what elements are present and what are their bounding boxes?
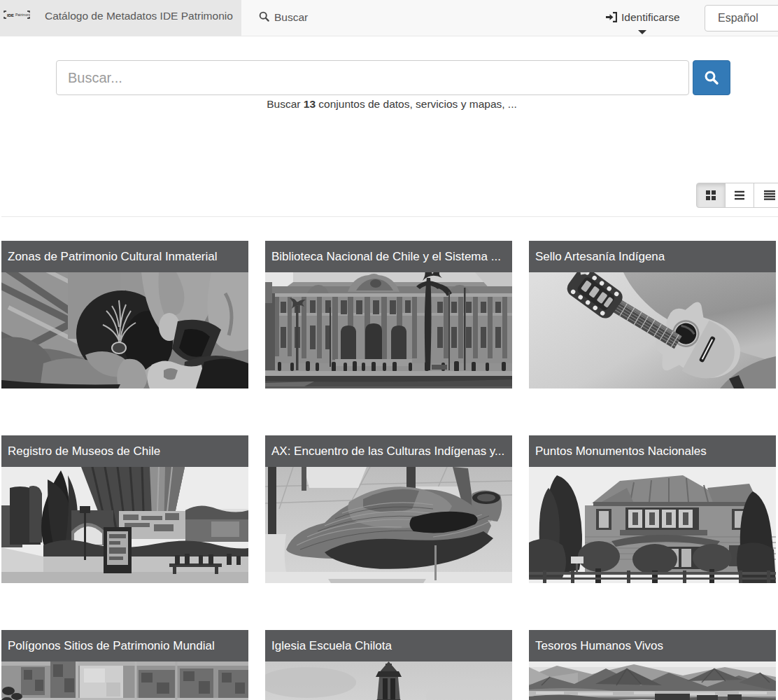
svg-text:IDE: IDE [7, 13, 14, 18]
svg-text:Patrimonio: Patrimonio [15, 13, 30, 17]
